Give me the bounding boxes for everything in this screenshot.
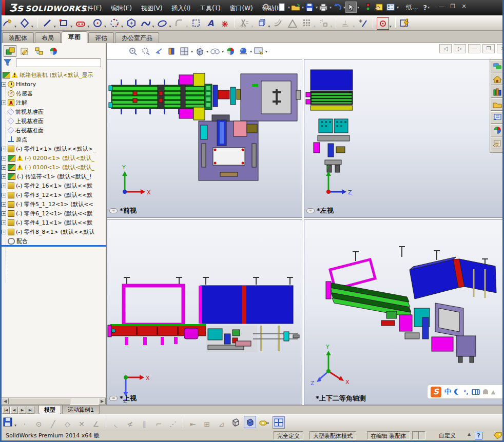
next-tab-icon[interactable]: ▶ <box>18 407 26 414</box>
sketch-icon[interactable] <box>2 16 14 29</box>
ellipse-caret[interactable]: ▾ <box>169 24 171 29</box>
help-caret[interactable]: ▾ <box>428 5 430 10</box>
undo-icon[interactable] <box>332 2 343 13</box>
convert-caret[interactable]: ▾ <box>268 24 270 29</box>
text-icon[interactable]: A <box>204 17 217 29</box>
properties-icon[interactable] <box>374 2 385 13</box>
tree-item-conveyor[interactable]: + (-) 传送带<1> (默认<默认_! <box>2 172 106 181</box>
link-views-icon[interactable]: ∞ <box>306 208 315 213</box>
fillet-caret[interactable]: ▾ <box>186 24 188 29</box>
tab-model[interactable]: 模型 <box>38 406 61 414</box>
link-views-icon[interactable]: ∞ <box>109 396 118 401</box>
tree-item-sensors[interactable]: 传感器 <box>2 89 106 98</box>
expand-featuremanager-icon[interactable]: ▷ <box>454 44 466 53</box>
save-caret[interactable]: ▾ <box>14 423 16 428</box>
panel-hscrollbar[interactable]: ◀ ▶ <box>2 397 106 405</box>
custom-status[interactable]: 自定义 <box>436 431 459 439</box>
expand-icon[interactable]: + <box>2 220 6 225</box>
select-arrow-icon[interactable] <box>345 2 357 13</box>
line-caret[interactable]: ▾ <box>54 24 56 29</box>
trim-entities-icon[interactable] <box>238 17 250 29</box>
close-button[interactable]: ✕ <box>458 3 470 12</box>
tab-sketch[interactable]: 草图 <box>62 31 87 43</box>
edit-appearance-icon[interactable] <box>224 45 237 57</box>
sketch-caret[interactable]: ▾ <box>14 24 16 29</box>
filter-input[interactable] <box>16 58 101 67</box>
measure-icon[interactable] <box>258 416 270 429</box>
person-icon[interactable] <box>483 389 488 394</box>
tree-item-part4-11[interactable]: + (-) 零件4_11<1> (默认<<默 <box>2 218 106 227</box>
filter-funnel-icon[interactable] <box>4 59 12 68</box>
spline-icon[interactable] <box>140 17 152 30</box>
quick-snaps-icon[interactable] <box>377 17 389 30</box>
spline-caret[interactable]: ▾ <box>152 24 154 29</box>
polygon-icon[interactable] <box>125 17 138 29</box>
panel-split-bar[interactable] <box>2 245 106 247</box>
circle-caret[interactable]: ▾ <box>104 24 106 29</box>
expand-icon[interactable]: + <box>2 147 6 151</box>
mirror-entities-icon[interactable] <box>190 17 202 29</box>
viewport-top[interactable]: X Z ∞ *上视 <box>107 219 302 405</box>
expand-icon[interactable]: + <box>2 193 6 197</box>
save-icon[interactable] <box>2 416 14 428</box>
slot-caret[interactable]: ▾ <box>87 24 89 29</box>
view-settings-caret[interactable]: ▾ <box>265 49 267 54</box>
view-orientation-icon[interactable] <box>178 45 190 57</box>
tree-item-annotations[interactable]: +A 注解 <box>2 98 106 107</box>
expand-icon[interactable]: + <box>2 211 6 216</box>
move-caret[interactable]: ▾ <box>331 24 333 29</box>
tree-item-part5-1-12[interactable]: + (-) 零件5_1_12<1> (默认<< <box>2 199 106 209</box>
fillet-icon[interactable] <box>173 17 185 29</box>
rebuild-traffic-light-icon[interactable] <box>362 2 374 13</box>
shaded-style-icon[interactable] <box>244 416 256 428</box>
select-caret[interactable]: ▾ <box>357 5 359 10</box>
open-icon[interactable] <box>290 2 301 13</box>
tree-item-part6-12[interactable]: + (-) 零件6_12<1> (默认<<默 <box>2 209 106 218</box>
displaymanager-icon[interactable] <box>47 45 60 57</box>
propertymanager-icon[interactable] <box>18 45 31 57</box>
custom-properties-icon[interactable] <box>491 137 503 149</box>
appearances-scenes-icon[interactable] <box>491 124 503 136</box>
circle-icon[interactable] <box>91 17 104 29</box>
print-icon[interactable] <box>318 2 329 13</box>
expand-icon[interactable]: + <box>2 165 6 170</box>
last-tab-icon[interactable]: ▶| <box>27 407 34 414</box>
tab-office-products[interactable]: 办公室产品 <box>115 32 159 43</box>
minimize-button[interactable]: — <box>436 3 447 12</box>
options-caret[interactable]: ▾ <box>397 5 399 10</box>
chinese-mode-icon[interactable]: 中 <box>444 387 451 396</box>
snaps-caret[interactable]: ▾ <box>390 24 392 29</box>
document-restore-icon[interactable]: ❐ <box>482 44 495 53</box>
tree-item-history[interactable]: + History <box>2 79 106 89</box>
ellipse-icon[interactable] <box>156 17 168 30</box>
first-tab-icon[interactable]: |◀ <box>2 407 10 414</box>
move-entities-icon[interactable] <box>318 17 330 29</box>
tree-item-0200[interactable]: + ! (-) 0200<1> (默认<默认_ <box>2 153 106 163</box>
tree-item-part8-8[interactable]: + (-) 零件8_8<1> (默认<<默认 <box>2 227 106 236</box>
tree-item-mates[interactable]: 配合 <box>2 236 106 246</box>
document-close-icon[interactable]: ✕ <box>497 44 504 53</box>
menu-window[interactable]: 窗口(W) <box>226 3 257 14</box>
expand-icon[interactable]: + <box>2 82 6 87</box>
design-library-icon[interactable] <box>491 86 503 98</box>
pattern-caret[interactable]: ▾ <box>314 24 316 29</box>
expand-icon[interactable]: + <box>2 202 6 207</box>
section-view-icon[interactable] <box>165 45 178 57</box>
slot-icon[interactable] <box>74 18 87 30</box>
restore-button[interactable]: ❐ <box>447 3 458 12</box>
tree-item-part3-12[interactable]: + (-) 零件3_12<1> (默认<<默 <box>2 190 106 199</box>
tree-item-0100[interactable]: + ! (-) 0100<1> (默认<默认_ <box>2 163 106 172</box>
scroll-thumb[interactable] <box>9 398 70 405</box>
smart-dimension-icon[interactable] <box>18 17 31 29</box>
apply-scene-icon[interactable] <box>237 45 249 57</box>
viewport-isometric[interactable]: Y X Z *上下二等角轴测 <box>304 219 504 405</box>
scroll-right-icon[interactable]: ▶ <box>99 398 106 405</box>
viewport-left[interactable]: Y Z ∞ *左视 <box>304 59 504 218</box>
help-icon[interactable]: ? <box>423 4 428 11</box>
file-explorer-icon[interactable] <box>491 98 503 111</box>
convert-entities-icon[interactable] <box>255 17 267 29</box>
smart-dimension-caret[interactable]: ▾ <box>31 24 33 29</box>
search-icon[interactable] <box>261 2 272 13</box>
sogou-logo-icon[interactable]: S <box>431 387 441 397</box>
offset-entities-icon[interactable] <box>272 17 284 29</box>
